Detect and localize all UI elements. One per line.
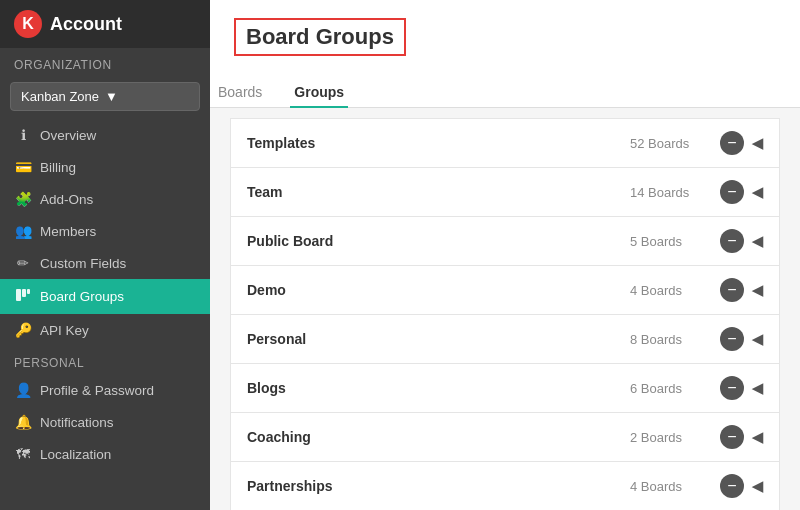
profile-icon: 👤 bbox=[14, 382, 32, 398]
group-actions: − ◀ bbox=[720, 474, 763, 498]
table-row: Templates 52 Boards − ◀ bbox=[230, 118, 780, 168]
notifications-icon: 🔔 bbox=[14, 414, 32, 430]
svg-rect-2 bbox=[16, 289, 21, 301]
sidebar-item-label: Overview bbox=[40, 128, 96, 143]
svg-rect-4 bbox=[27, 289, 30, 294]
personal-section-label: Personal bbox=[0, 346, 210, 374]
group-name: Partnerships bbox=[247, 478, 630, 494]
table-row: Blogs 6 Boards − ◀ bbox=[230, 364, 780, 413]
tab-groups[interactable]: Groups bbox=[290, 76, 348, 108]
sidebar-item-label: Billing bbox=[40, 160, 76, 175]
page-title-box: Board Groups bbox=[234, 18, 406, 56]
sidebar-item-label: Profile & Password bbox=[40, 383, 154, 398]
sidebar-item-label: API Key bbox=[40, 323, 89, 338]
org-section-label: Organization bbox=[0, 48, 210, 76]
sidebar-item-api-key[interactable]: 🔑 API Key bbox=[0, 314, 210, 346]
group-name: Coaching bbox=[247, 429, 630, 445]
org-nav: ℹ Overview 💳 Billing 🧩 Add-Ons 👥 Members… bbox=[0, 119, 210, 346]
group-count: 52 Boards bbox=[630, 136, 720, 151]
sidebar-item-custom-fields[interactable]: ✏ Custom Fields bbox=[0, 247, 210, 279]
addons-icon: 🧩 bbox=[14, 191, 32, 207]
sidebar-item-label: Members bbox=[40, 224, 96, 239]
table-row: Personal 8 Boards − ◀ bbox=[230, 315, 780, 364]
localization-icon: 🗺 bbox=[14, 446, 32, 462]
chevron-left-icon[interactable]: ◀ bbox=[752, 282, 763, 298]
sidebar-item-localization[interactable]: 🗺 Localization bbox=[0, 438, 210, 470]
group-name: Templates bbox=[247, 135, 630, 151]
sidebar-item-label: Notifications bbox=[40, 415, 114, 430]
groups-list: Templates 52 Boards − ◀ Team 14 Boards −… bbox=[210, 108, 800, 510]
remove-group-button[interactable]: − bbox=[720, 474, 744, 498]
table-row: Public Board 5 Boards − ◀ bbox=[230, 217, 780, 266]
table-row: Coaching 2 Boards − ◀ bbox=[230, 413, 780, 462]
chevron-left-icon[interactable]: ◀ bbox=[752, 478, 763, 494]
group-name: Public Board bbox=[247, 233, 630, 249]
group-actions: − ◀ bbox=[720, 229, 763, 253]
sidebar-item-profile[interactable]: 👤 Profile & Password bbox=[0, 374, 210, 406]
group-count: 2 Boards bbox=[630, 430, 720, 445]
chevron-left-icon[interactable]: ◀ bbox=[752, 233, 763, 249]
sidebar-item-label: Custom Fields bbox=[40, 256, 126, 271]
group-count: 5 Boards bbox=[630, 234, 720, 249]
sidebar-item-overview[interactable]: ℹ Overview bbox=[0, 119, 210, 151]
board-groups-icon bbox=[14, 287, 32, 306]
app-title: Account bbox=[50, 14, 122, 35]
org-name: Kanban Zone bbox=[21, 89, 105, 104]
remove-group-button[interactable]: − bbox=[720, 327, 744, 351]
svg-text:K: K bbox=[22, 15, 34, 32]
group-count: 4 Boards bbox=[630, 283, 720, 298]
group-actions: − ◀ bbox=[720, 376, 763, 400]
remove-group-button[interactable]: − bbox=[720, 278, 744, 302]
tab-boards[interactable]: Boards bbox=[214, 76, 266, 108]
sidebar-item-billing[interactable]: 💳 Billing bbox=[0, 151, 210, 183]
org-dropdown[interactable]: Kanban Zone ▼ bbox=[10, 82, 200, 111]
sidebar: K Account Organization Kanban Zone ▼ ℹ O… bbox=[0, 0, 210, 510]
sidebar-item-notifications[interactable]: 🔔 Notifications bbox=[0, 406, 210, 438]
info-icon: ℹ bbox=[14, 127, 32, 143]
sidebar-item-label: Board Groups bbox=[40, 289, 124, 304]
tabs-bar: Boards Groups bbox=[210, 76, 800, 108]
sidebar-item-members[interactable]: 👥 Members bbox=[0, 215, 210, 247]
chevron-left-icon[interactable]: ◀ bbox=[752, 380, 763, 396]
group-actions: − ◀ bbox=[720, 131, 763, 155]
table-row: Demo 4 Boards − ◀ bbox=[230, 266, 780, 315]
sidebar-header: K Account bbox=[0, 0, 210, 48]
sidebar-item-label: Add-Ons bbox=[40, 192, 93, 207]
remove-group-button[interactable]: − bbox=[720, 376, 744, 400]
page-title: Board Groups bbox=[246, 24, 394, 49]
chevron-left-icon[interactable]: ◀ bbox=[752, 429, 763, 445]
page-header: Board Groups bbox=[210, 0, 800, 76]
table-row: Partnerships 4 Boards − ◀ bbox=[230, 462, 780, 510]
main-content: Board Groups Boards Groups Templates 52 … bbox=[210, 0, 800, 510]
table-row: Team 14 Boards − ◀ bbox=[230, 168, 780, 217]
api-key-icon: 🔑 bbox=[14, 322, 32, 338]
sidebar-item-board-groups[interactable]: Board Groups bbox=[0, 279, 210, 314]
group-count: 6 Boards bbox=[630, 381, 720, 396]
group-actions: − ◀ bbox=[720, 425, 763, 449]
remove-group-button[interactable]: − bbox=[720, 180, 744, 204]
remove-group-button[interactable]: − bbox=[720, 131, 744, 155]
remove-group-button[interactable]: − bbox=[720, 425, 744, 449]
group-count: 4 Boards bbox=[630, 479, 720, 494]
sidebar-item-label: Localization bbox=[40, 447, 111, 462]
group-name: Blogs bbox=[247, 380, 630, 396]
group-name: Team bbox=[247, 184, 630, 200]
chevron-left-icon[interactable]: ◀ bbox=[752, 331, 763, 347]
group-name: Demo bbox=[247, 282, 630, 298]
svg-rect-3 bbox=[22, 289, 26, 297]
sidebar-item-addons[interactable]: 🧩 Add-Ons bbox=[0, 183, 210, 215]
members-icon: 👥 bbox=[14, 223, 32, 239]
group-count: 8 Boards bbox=[630, 332, 720, 347]
chevron-left-icon[interactable]: ◀ bbox=[752, 184, 763, 200]
group-count: 14 Boards bbox=[630, 185, 720, 200]
chevron-down-icon: ▼ bbox=[105, 89, 189, 104]
custom-fields-icon: ✏ bbox=[14, 255, 32, 271]
group-actions: − ◀ bbox=[720, 327, 763, 351]
logo-icon: K bbox=[14, 10, 42, 38]
personal-nav: 👤 Profile & Password 🔔 Notifications 🗺 L… bbox=[0, 374, 210, 470]
billing-icon: 💳 bbox=[14, 159, 32, 175]
remove-group-button[interactable]: − bbox=[720, 229, 744, 253]
chevron-left-icon[interactable]: ◀ bbox=[752, 135, 763, 151]
group-actions: − ◀ bbox=[720, 278, 763, 302]
group-actions: − ◀ bbox=[720, 180, 763, 204]
